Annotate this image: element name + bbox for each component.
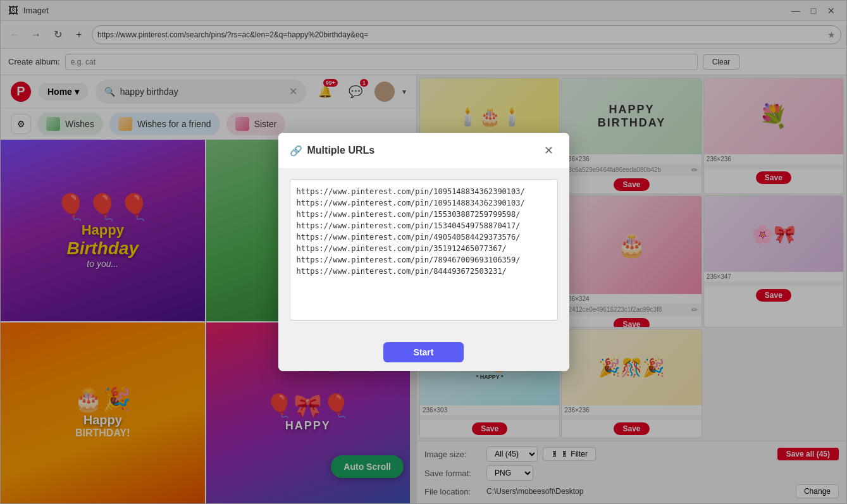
modal-close-button[interactable]: ✕ <box>540 142 558 159</box>
multiple-urls-modal: 🔗 Multiple URLs ✕ Start <box>278 133 569 371</box>
modal-title: 🔗 Multiple URLs <box>290 145 375 157</box>
start-button[interactable]: Start <box>383 342 464 362</box>
modal-body <box>278 169 569 333</box>
modal-header: 🔗 Multiple URLs ✕ <box>278 133 569 169</box>
modal-footer: Start <box>278 333 569 371</box>
url-textarea[interactable] <box>290 179 558 321</box>
modal-title-icon: 🔗 <box>290 145 302 157</box>
modal-title-text: Multiple URLs <box>307 145 375 156</box>
modal-overlay[interactable]: 🔗 Multiple URLs ✕ Start <box>0 0 847 504</box>
